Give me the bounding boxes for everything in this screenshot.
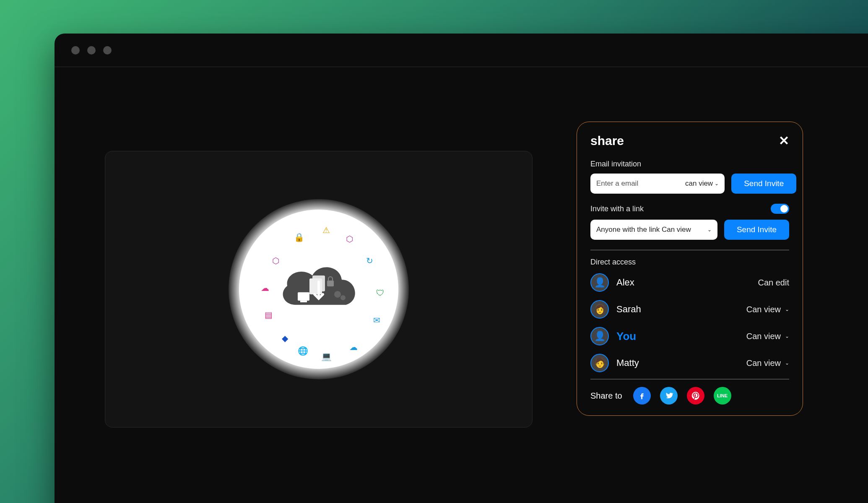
user-permission-dropdown[interactable]: Can view ⌄ bbox=[746, 358, 789, 368]
facebook-icon[interactable] bbox=[633, 387, 651, 404]
user-name: Sarah bbox=[616, 304, 641, 315]
artwork-circle: ⚠ 🔒 ⬡ ⬡ ↻ ☁ 🛡 ▤ ✉ ◆ ☁ 🌐 💻 bbox=[229, 199, 409, 379]
send-email-invite-button[interactable]: Send Invite bbox=[731, 174, 796, 194]
user-permission: Can edit bbox=[758, 278, 790, 288]
user-permission-dropdown[interactable]: Can view ⌄ bbox=[746, 332, 789, 341]
titlebar bbox=[55, 34, 868, 67]
link-invite-toggle[interactable] bbox=[771, 204, 789, 214]
content-area: ⚠ 🔒 ⬡ ⬡ ↻ ☁ 🛡 ▤ ✉ ◆ ☁ 🌐 💻 share ✕ Email … bbox=[55, 67, 868, 503]
chevron-down-icon: ⌄ bbox=[785, 333, 789, 339]
share-panel: share ✕ Email invitation can view ⌄ Send… bbox=[577, 122, 803, 416]
avatar: 👩 bbox=[590, 300, 609, 319]
share-title: share bbox=[590, 134, 624, 148]
svg-rect-2 bbox=[298, 292, 309, 301]
link-permission-select[interactable]: Anyone with the link Can view ⌄ bbox=[590, 220, 717, 240]
twitter-icon[interactable] bbox=[660, 387, 678, 404]
email-permission-label: can view bbox=[685, 179, 713, 188]
mail-icon: ✉ bbox=[369, 313, 384, 328]
hex-icon: ⬡ bbox=[342, 231, 357, 246]
user-name: Alex bbox=[616, 277, 634, 288]
line-icon[interactable]: LINE bbox=[714, 387, 731, 404]
server-icon: ▤ bbox=[261, 307, 276, 322]
sync-icon: ↻ bbox=[362, 253, 377, 268]
direct-access-label: Direct access bbox=[590, 258, 789, 267]
email-section-label: Email invitation bbox=[590, 160, 789, 169]
cloud-small-icon: ☁ bbox=[257, 280, 273, 296]
svg-point-4 bbox=[334, 291, 341, 298]
user-name: Matty bbox=[616, 358, 639, 368]
traffic-lights bbox=[71, 46, 112, 54]
window-zoom-dot[interactable] bbox=[103, 46, 112, 54]
padlock-icon: 🔒 bbox=[292, 230, 307, 245]
laptop-icon: 💻 bbox=[319, 349, 334, 364]
user-permission-dropdown[interactable]: Can view ⌄ bbox=[746, 305, 789, 314]
share-to-label: Share to bbox=[590, 391, 622, 401]
share-to-row: Share to LINE bbox=[590, 387, 789, 404]
link-section-label: Invite with a link bbox=[590, 205, 644, 213]
chevron-down-icon: ⌄ bbox=[785, 306, 789, 312]
user-row: 👩 Sarah Can view ⌄ bbox=[590, 296, 789, 323]
warning-icon: ⚠ bbox=[319, 223, 334, 238]
avatar: 👤 bbox=[590, 273, 609, 292]
svg-rect-6 bbox=[327, 280, 334, 286]
user-row: 👤 You Can view ⌄ bbox=[590, 323, 789, 350]
globe-icon: 🌐 bbox=[295, 343, 310, 358]
avatar: 🧑 bbox=[590, 354, 609, 372]
avatar: 👤 bbox=[590, 327, 609, 345]
email-field-wrapper: can view ⌄ bbox=[590, 174, 725, 194]
link-permission-text: Anyone with the link Can view bbox=[596, 226, 691, 234]
window-minimize-dot[interactable] bbox=[87, 46, 96, 54]
close-icon[interactable]: ✕ bbox=[779, 135, 789, 147]
chevron-down-icon: ⌄ bbox=[715, 181, 719, 187]
user-name-you: You bbox=[616, 330, 636, 343]
email-permission-dropdown[interactable]: can view ⌄ bbox=[685, 179, 719, 188]
hex-alt-icon: ⬡ bbox=[268, 253, 283, 268]
chevron-down-icon: ⌄ bbox=[707, 227, 712, 233]
user-row: 🧑 Matty Can view ⌄ bbox=[590, 350, 789, 376]
shield-icon: 🛡 bbox=[373, 285, 388, 301]
svg-rect-1 bbox=[309, 278, 322, 294]
badge-icon: ◆ bbox=[277, 331, 292, 346]
document-canvas: ⚠ 🔒 ⬡ ⬡ ↻ ☁ 🛡 ▤ ✉ ◆ ☁ 🌐 💻 bbox=[105, 151, 533, 428]
email-input[interactable] bbox=[596, 179, 685, 188]
app-window: ⚠ 🔒 ⬡ ⬡ ↻ ☁ 🛡 ▤ ✉ ◆ ☁ 🌐 💻 share ✕ Email … bbox=[55, 34, 868, 503]
cloud-lock-icon: ☁ bbox=[346, 340, 361, 355]
cloud-icon bbox=[273, 259, 365, 317]
user-row: 👤 Alex Can edit bbox=[590, 269, 789, 296]
svg-point-5 bbox=[340, 295, 346, 300]
divider bbox=[590, 250, 789, 250]
send-link-invite-button[interactable]: Send Invite bbox=[724, 220, 789, 240]
svg-rect-3 bbox=[300, 301, 307, 302]
window-close-dot[interactable] bbox=[71, 46, 80, 54]
pinterest-icon[interactable] bbox=[687, 387, 704, 404]
chevron-down-icon: ⌄ bbox=[785, 360, 789, 366]
divider bbox=[590, 379, 789, 379]
